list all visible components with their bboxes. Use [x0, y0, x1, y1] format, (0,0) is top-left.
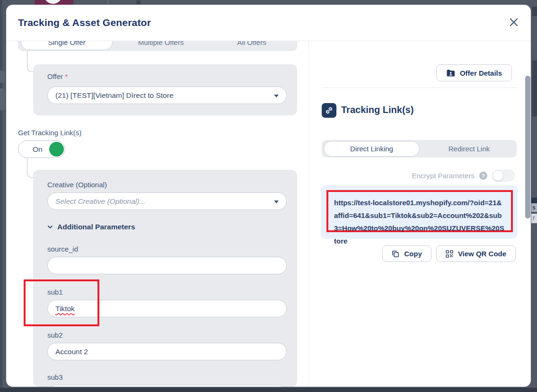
chevron-down-icon	[47, 224, 53, 230]
offer-label-text: Offer	[47, 72, 63, 80]
source-id-input[interactable]	[47, 257, 287, 274]
chevron-down-icon	[274, 95, 279, 97]
background-logo-fragment	[35, 0, 73, 5]
modal-title: Tracking & Asset Generator	[18, 17, 151, 28]
section-divider	[322, 87, 518, 88]
creative-panel: Creative (Optional) Select Creative (Opt…	[33, 170, 297, 387]
annotation-box-url: https://test-localstore01.myshopify.com/…	[326, 190, 513, 232]
tracking-url: https://test-localstore01.myshopify.com/…	[328, 192, 511, 252]
offer-label: Offer *	[47, 72, 68, 80]
logo-arc	[44, 0, 62, 4]
modal-scrollbar-thumb[interactable]	[525, 76, 530, 218]
background-divider-fragment	[108, 0, 108, 4]
background-sidebar-fragment	[0, 70, 6, 83]
creative-placeholder: Select Creative (Optional)...	[55, 197, 145, 206]
copy-button[interactable]: Copy	[382, 245, 431, 262]
tab-single-offer[interactable]: Single Offer	[21, 41, 113, 50]
encrypt-parameters-toggle[interactable]	[492, 170, 515, 182]
sub3-input[interactable]	[47, 385, 287, 387]
link-type-tabs: Direct Linking Redirect Link	[322, 140, 517, 157]
offer-panel: Offer * (21) [TEST][Vietnam] Dìrect to S…	[33, 64, 297, 115]
required-asterisk: *	[65, 72, 68, 80]
annotation-box-sub1	[24, 279, 99, 326]
toggle-knob	[49, 142, 64, 157]
additional-parameters-header[interactable]: Additional Parameters	[47, 223, 135, 231]
link-icon	[322, 103, 336, 118]
creative-select[interactable]: Select Creative (Optional)...	[47, 192, 287, 210]
additional-parameters-label: Additional Parameters	[57, 223, 135, 231]
sub3-label: sub3	[47, 373, 63, 381]
tab-multiple-offers[interactable]: Multiple Offers	[115, 41, 206, 51]
tracking-links-column: Offer Details Tracking Link(s) Direct Li…	[309, 41, 531, 387]
tracking-asset-generator-modal: Tracking & Asset Generator Single Offer …	[6, 5, 531, 387]
offer-type-tabs: Single Offer Multiple Offers All Offers	[18, 41, 297, 51]
tab-all-offers[interactable]: All Offers	[206, 41, 297, 51]
chevron-down-icon	[274, 200, 279, 203]
toggle-state-label: On	[33, 145, 43, 154]
tab-direct-linking[interactable]: Direct Linking	[324, 141, 420, 157]
background-bottom-strip	[0, 388, 537, 392]
get-tracking-links-label: Get Tracking Link(s)	[18, 129, 81, 137]
sub2-value: Account 2	[55, 348, 88, 356]
background-window-fragment	[532, 61, 537, 116]
offer-details-label: Offer Details	[460, 69, 502, 77]
encrypt-parameters-label: Encrypt Parameters	[412, 172, 475, 180]
encrypt-parameters-row: Encrypt Parameters ?	[412, 170, 515, 182]
offer-form-column: Single Offer Multiple Offers All Offers …	[6, 41, 308, 387]
source-id-label: source_id	[47, 245, 78, 253]
sub2-input[interactable]: Account 2	[47, 343, 287, 360]
help-icon[interactable]: ?	[479, 172, 487, 180]
view-qr-code-button[interactable]: View QR Code	[436, 245, 516, 262]
copy-label: Copy	[404, 250, 422, 258]
folder-user-icon	[446, 69, 455, 77]
background-edge	[0, 0, 2, 392]
close-button[interactable]	[507, 15, 521, 29]
tab-label: Direct Linking	[350, 145, 393, 153]
background-text-fragment: f	[531, 214, 537, 223]
background-table-fragment	[531, 198, 537, 203]
connector-line	[27, 158, 34, 178]
creative-label: Creative (Optional)	[47, 181, 107, 189]
screen: s f Tracking & Asset Generator Single Of…	[0, 0, 537, 392]
tab-label: Multiple Offers	[138, 41, 184, 46]
tab-redirect-link[interactable]: Redirect Link	[422, 140, 517, 157]
offer-selected-value: (21) [TEST][Vietnam] Dìrect to Store	[55, 91, 174, 100]
qr-code-icon	[446, 250, 453, 258]
offer-details-button[interactable]: Offer Details	[436, 64, 512, 81]
tab-label: Single Offer	[48, 41, 86, 46]
background-text-fragment: s	[531, 203, 537, 212]
copy-icon	[392, 250, 399, 258]
get-tracking-links-toggle[interactable]: On	[18, 140, 65, 158]
close-icon	[509, 17, 519, 27]
background-window-fragment	[532, 7, 537, 16]
sub2-label: sub2	[47, 331, 63, 339]
toggle-knob	[493, 171, 503, 181]
connector-line	[27, 51, 34, 72]
background-sidebar-fragment	[0, 88, 6, 110]
tracking-links-title: Tracking Link(s)	[341, 105, 414, 115]
tab-label: Redirect Link	[449, 145, 490, 153]
tab-label: All Offers	[237, 41, 266, 46]
view-qr-code-label: View QR Code	[458, 250, 506, 258]
offer-select[interactable]: (21) [TEST][Vietnam] Dìrect to Store	[47, 87, 287, 104]
background-icon-fragment	[136, 0, 141, 4]
